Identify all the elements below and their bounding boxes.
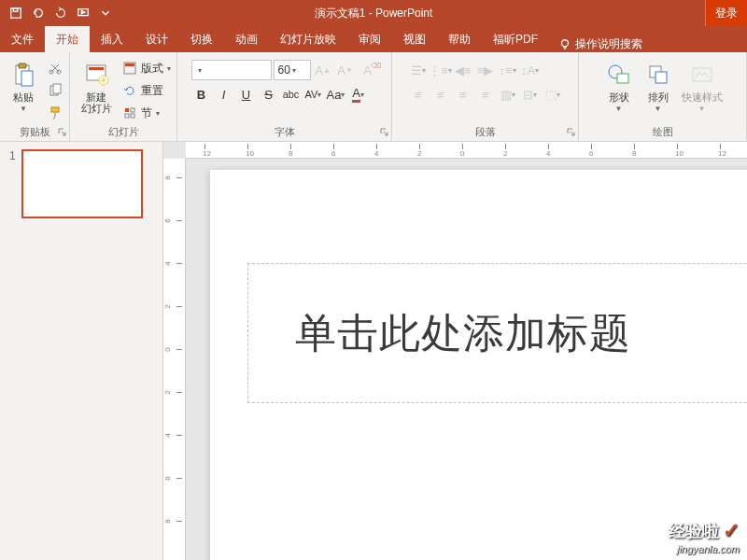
- format-painter-button[interactable]: [45, 103, 65, 123]
- justify-button[interactable]: ≡: [474, 84, 497, 105]
- login-button[interactable]: 登录: [705, 0, 747, 26]
- qat-dropdown-icon[interactable]: [95, 3, 116, 23]
- title-placeholder[interactable]: 单击此处添加标题: [247, 263, 747, 403]
- title-placeholder-text: 单击此处添加标题: [295, 306, 631, 361]
- cut-button[interactable]: [45, 58, 65, 78]
- thumbnail-preview[interactable]: [21, 149, 143, 218]
- tab-design[interactable]: 设计: [134, 26, 179, 52]
- font-name-combo[interactable]: ▾: [191, 60, 272, 80]
- group-paragraph: ☰▾ ⋮≡▾ ◀≡ ≡▶ ↕≡▾ ↕A▾ ≡ ≡ ≡ ≡ ▥▾ ⊟▾ ⬚▾ 段落: [392, 52, 579, 141]
- quick-styles-button[interactable]: 快速样式▼: [679, 56, 726, 113]
- dialog-launcher-icon[interactable]: [58, 128, 67, 137]
- tab-home[interactable]: 开始: [45, 26, 90, 52]
- underline-button[interactable]: U: [236, 84, 257, 105]
- arrange-button[interactable]: 排列▼: [640, 56, 677, 113]
- tell-me-search[interactable]: 操作说明搜索: [549, 36, 652, 52]
- tab-transitions[interactable]: 切换: [179, 26, 224, 52]
- layout-button[interactable]: 版式▾: [120, 58, 173, 78]
- align-left-button[interactable]: ≡: [407, 84, 430, 105]
- slide-canvas[interactable]: 单击此处添加标题: [210, 170, 747, 560]
- chevron-down-icon: ▼: [20, 105, 27, 113]
- group-clipboard-label: 剪贴板: [4, 124, 65, 139]
- font-size-combo[interactable]: 60▾: [274, 60, 311, 80]
- numbering-button[interactable]: ⋮≡▾: [430, 60, 452, 80]
- save-icon[interactable]: [6, 3, 26, 23]
- align-right-button[interactable]: ≡: [452, 84, 474, 105]
- clear-formatting-button[interactable]: A⌫: [358, 60, 378, 80]
- strikethrough-button[interactable]: S: [259, 84, 279, 105]
- tab-animations[interactable]: 动画: [224, 26, 269, 52]
- svg-rect-6: [21, 71, 33, 86]
- new-slide-icon: [81, 60, 111, 90]
- tab-help[interactable]: 帮助: [437, 26, 482, 52]
- svg-rect-16: [125, 63, 134, 66]
- workspace: 1 12108642024681012 864202468 单击此处添加标题: [0, 142, 747, 560]
- window-title: 演示文稿1 - PowerPoint: [315, 6, 433, 21]
- redo-icon[interactable]: [50, 3, 71, 23]
- svg-rect-22: [617, 74, 628, 83]
- svg-rect-18: [131, 108, 134, 112]
- dialog-launcher-icon[interactable]: [567, 128, 576, 137]
- svg-rect-13: [89, 67, 104, 70]
- copy-button[interactable]: [45, 80, 65, 101]
- text-shadow-button[interactable]: abc: [281, 84, 302, 105]
- decrease-indent-button[interactable]: ◀≡: [452, 60, 474, 80]
- svg-rect-11: [51, 107, 59, 112]
- group-clipboard: 粘贴 ▼ 剪贴板: [0, 52, 70, 141]
- horizontal-ruler: 12108642024681012: [186, 142, 747, 159]
- section-icon: [122, 105, 137, 120]
- arrange-icon: [643, 60, 673, 90]
- italic-button[interactable]: I: [214, 84, 234, 105]
- paste-button[interactable]: 粘贴 ▼: [4, 56, 43, 113]
- tell-me-label: 操作说明搜索: [575, 36, 642, 52]
- tab-view[interactable]: 视图: [392, 26, 437, 52]
- tab-review[interactable]: 审阅: [347, 26, 392, 52]
- group-font-label: 字体: [181, 124, 388, 139]
- bullets-button[interactable]: ☰▾: [407, 60, 430, 80]
- character-spacing-button[interactable]: AV▾: [303, 84, 324, 105]
- lightbulb-icon: [558, 38, 571, 51]
- section-button[interactable]: 节▾: [120, 103, 173, 123]
- font-color-button[interactable]: A▾: [348, 84, 369, 105]
- title-bar: 演示文稿1 - PowerPoint 登录: [0, 0, 747, 26]
- new-slide-label: 新建 幻灯片: [81, 91, 112, 114]
- bold-button[interactable]: B: [191, 84, 212, 105]
- svg-rect-1: [13, 8, 17, 12]
- svg-rect-5: [19, 63, 26, 68]
- layout-icon: [122, 61, 137, 76]
- increase-indent-button[interactable]: ≡▶: [474, 60, 497, 80]
- svg-point-3: [562, 39, 569, 46]
- group-drawing-label: 绘图: [583, 124, 742, 139]
- tab-foxit[interactable]: 福昕PDF: [482, 26, 549, 52]
- tab-insert[interactable]: 插入: [90, 26, 134, 52]
- ribbon: 粘贴 ▼ 剪贴板 新建 幻灯片 版式▾ 重置 节▾ 幻灯片: [0, 52, 747, 142]
- thumbnail-item[interactable]: 1: [9, 149, 153, 218]
- group-drawing: 形状▼ 排列▼ 快速样式▼ 绘图: [579, 52, 747, 141]
- quick-access-toolbar: [0, 3, 116, 23]
- paste-label: 粘贴: [13, 91, 34, 103]
- align-center-button[interactable]: ≡: [430, 84, 452, 105]
- smartart-button[interactable]: ⬚▾: [542, 84, 564, 105]
- dialog-launcher-icon[interactable]: [380, 128, 389, 137]
- change-case-button[interactable]: Aa▾: [326, 84, 346, 105]
- check-icon: ✓: [723, 519, 740, 543]
- start-from-beginning-icon[interactable]: [73, 3, 93, 23]
- reset-button[interactable]: 重置: [120, 80, 173, 101]
- shrink-font-button[interactable]: A▼: [335, 60, 356, 80]
- tab-file[interactable]: 文件: [0, 26, 45, 52]
- watermark: 经验啦✓ jingyanla.com: [669, 519, 740, 554]
- grow-font-button[interactable]: A▲: [313, 60, 333, 80]
- new-slide-button[interactable]: 新建 幻灯片: [74, 56, 119, 114]
- line-spacing-button[interactable]: ↕≡▾: [497, 60, 519, 80]
- shapes-button[interactable]: 形状▼: [600, 56, 638, 113]
- slide-editor: 12108642024681012 864202468 单击此处添加标题: [163, 142, 747, 560]
- text-direction-button[interactable]: ↕A▾: [519, 60, 542, 80]
- tab-slideshow[interactable]: 幻灯片放映: [269, 26, 347, 52]
- reset-icon: [122, 83, 137, 98]
- paste-icon: [8, 60, 38, 90]
- undo-icon[interactable]: [28, 3, 49, 23]
- align-text-button[interactable]: ⊟▾: [519, 84, 542, 105]
- columns-button[interactable]: ▥▾: [497, 84, 519, 105]
- group-slides: 新建 幻灯片 版式▾ 重置 节▾ 幻灯片: [70, 52, 177, 141]
- ribbon-tabs: 文件 开始 插入 设计 切换 动画 幻灯片放映 审阅 视图 帮助 福昕PDF 操…: [0, 26, 747, 52]
